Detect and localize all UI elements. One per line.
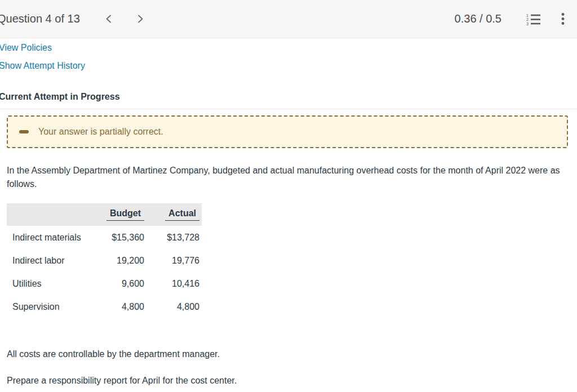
table-row: Utilities 9,600 10,416	[7, 272, 202, 295]
controllable-note: All costs are controllable by the depart…	[7, 348, 577, 361]
ordered-list-icon: 1 2 3	[526, 12, 541, 25]
partially-correct-alert: Your answer is partially correct.	[7, 115, 568, 148]
quiz-page: Question 4 of 13 0.36 / 0.5 1 2 3	[0, 0, 577, 387]
question-counter: Question 4 of 13	[0, 12, 80, 25]
prepare-instruction: Prepare a responsibility report for Apri…	[7, 374, 577, 387]
cost-item-label: Indirect materials	[7, 226, 100, 249]
svg-text:2: 2	[526, 17, 529, 21]
budget-value: 19,200	[100, 249, 145, 272]
svg-text:1: 1	[526, 14, 529, 17]
table-row: Indirect labor 19,200 19,776	[7, 249, 202, 272]
attempt-links: View Policies Show Attempt History	[0, 38, 577, 73]
kebab-menu-icon	[561, 12, 565, 25]
chevron-right-icon	[137, 14, 144, 24]
previous-question-button[interactable]	[105, 14, 112, 24]
question-header-bar: Question 4 of 13 0.36 / 0.5 1 2 3	[0, 0, 577, 38]
chevron-left-icon	[105, 14, 112, 24]
section-divider	[0, 109, 577, 109]
budget-column-header: Budget	[100, 203, 145, 226]
actual-value: 4,800	[145, 295, 202, 318]
actual-value: $13,728	[145, 226, 202, 249]
actual-column-header: Actual	[145, 203, 202, 226]
table-row: Indirect materials $15,360 $13,728	[7, 226, 202, 249]
blank-column-header	[7, 203, 100, 226]
score-display: 0.36 / 0.5	[455, 12, 501, 25]
svg-text:3: 3	[526, 22, 529, 26]
next-question-button[interactable]	[137, 14, 144, 24]
question-intro-text: In the Assembly Department of Martinez C…	[7, 164, 570, 191]
overhead-costs-table: Budget Actual Indirect materials $15,360…	[7, 203, 202, 318]
question-content: View Policies Show Attempt History Curre…	[0, 38, 577, 387]
table-header-row: Budget Actual	[7, 203, 202, 226]
budget-value: $15,360	[100, 226, 145, 249]
budget-value: 9,600	[100, 272, 145, 295]
alert-message: Your answer is partially correct.	[38, 127, 163, 137]
cost-item-label: Indirect labor	[7, 249, 100, 272]
question-list-button[interactable]: 1 2 3	[526, 12, 541, 25]
current-attempt-heading: Current Attempt in Progress	[0, 91, 577, 102]
cost-item-label: Supervision	[7, 295, 100, 318]
show-attempt-history-link[interactable]: Show Attempt History	[0, 59, 85, 73]
minus-dash-icon	[19, 130, 29, 133]
view-policies-link[interactable]: View Policies	[0, 41, 52, 55]
table-row: Supervision 4,800 4,800	[7, 295, 202, 318]
more-options-button[interactable]	[561, 12, 565, 25]
actual-value: 10,416	[145, 272, 202, 295]
cost-item-label: Utilities	[7, 272, 100, 295]
actual-value: 19,776	[145, 249, 202, 272]
budget-value: 4,800	[100, 295, 145, 318]
